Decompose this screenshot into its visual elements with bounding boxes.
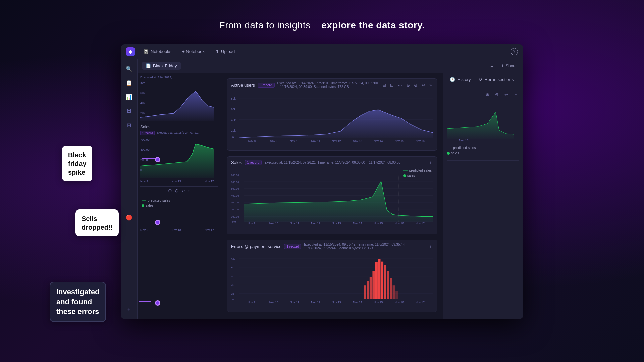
help-button[interactable]: ? [511, 48, 518, 55]
svg-rect-71 [381, 262, 383, 299]
svg-text:Nov 9: Nov 9 [248, 222, 255, 225]
svg-text:Nov 14: Nov 14 [353, 222, 362, 225]
share-icon: ⬆ [501, 64, 504, 68]
chart-meta-active-users: Executed at: 11/14/2024, 09:59:01, Timef… [277, 81, 378, 89]
svg-rect-75 [393, 285, 395, 299]
annotation-text-1: Black friday spike [68, 150, 86, 177]
app-window: ◈ 📓 Notebooks + Notebook ⬆ Upload ? 🔍 📋 … [121, 44, 523, 319]
main-charts-area: Active users 1 record Executed at: 11/14… [221, 73, 443, 319]
content-layout: 📄 Black Friday ⋯ ☁ ⬆ Share [138, 59, 523, 319]
svg-text:0: 0 [232, 136, 234, 139]
new-notebook-nav[interactable]: + Notebook [179, 48, 207, 55]
svg-text:Nov 16: Nov 16 [416, 139, 425, 143]
svg-text:400.00: 400.00 [231, 194, 239, 197]
svg-text:40k: 40k [140, 101, 145, 105]
svg-text:0: 0 [232, 298, 233, 301]
right-legend-sales: sales [447, 151, 519, 155]
sidebar-add-button[interactable]: + [123, 304, 135, 315]
svg-text:10k: 10k [231, 258, 235, 261]
svg-text:700.00: 700.00 [140, 138, 150, 141]
annotation-text-2: Sells dropped!! [82, 214, 113, 232]
svg-text:6k: 6k [231, 275, 234, 278]
svg-text:Nov 16: Nov 16 [459, 139, 469, 142]
svg-text:Nov 13: Nov 13 [332, 301, 341, 304]
chart-tool-grid[interactable]: ⊞ [381, 82, 387, 88]
svg-text:Nov 11: Nov 11 [311, 139, 320, 143]
sidebar-icon-grid[interactable]: ⊞ [123, 119, 135, 131]
chart-info-errors[interactable]: ℹ [429, 243, 433, 250]
svg-text:Nov 13: Nov 13 [353, 139, 362, 143]
sidebar-icon-chart[interactable]: 📊 [123, 91, 135, 103]
rerun-icon: ↺ [479, 77, 482, 82]
svg-text:Nov 11: Nov 11 [290, 222, 299, 225]
forward-left[interactable]: » [188, 188, 191, 193]
svg-text:Nov 16: Nov 16 [395, 222, 404, 225]
zoom-in-left[interactable]: ⊕ [168, 188, 172, 193]
svg-text:Nov 15: Nov 15 [374, 222, 383, 225]
chart-tool-expand[interactable]: ⊡ [389, 82, 395, 88]
svg-text:100.00: 100.00 [231, 215, 239, 218]
forward-right[interactable]: » [512, 90, 519, 98]
chart-tool-zoom-out[interactable]: ⊖ [413, 82, 419, 88]
app-logo: ◈ [126, 47, 135, 56]
chart-badge-errors: 1 record [284, 244, 301, 249]
svg-text:700.00: 700.00 [231, 174, 239, 177]
svg-rect-76 [395, 291, 398, 299]
svg-text:Nov 14: Nov 14 [374, 139, 383, 143]
chart-meta-sales: Executed at: 11/15/2024, 07:26:21, Timef… [264, 161, 426, 164]
cloud-button[interactable]: ☁ [487, 63, 496, 69]
svg-text:Nov 11: Nov 11 [290, 301, 299, 304]
zoom-out-left[interactable]: ⊖ [175, 188, 179, 193]
svg-rect-69 [375, 262, 378, 299]
svg-text:Nov 17: Nov 17 [416, 222, 425, 225]
active-tab[interactable]: 📄 Black Friday [142, 62, 181, 70]
svg-text:80k: 80k [231, 97, 236, 100]
svg-text:Nov 17: Nov 17 [416, 301, 425, 304]
svg-text:Nov 10: Nov 10 [269, 222, 278, 225]
notebooks-nav[interactable]: 📓 Notebooks [140, 48, 174, 56]
history-button[interactable]: 🕐 History [447, 76, 473, 83]
svg-text:Nov 13: Nov 13 [332, 222, 341, 225]
svg-text:400.00: 400.00 [140, 148, 150, 152]
svg-text:Nov 12: Nov 12 [311, 301, 320, 304]
svg-text:Nov 14: Nov 14 [353, 301, 362, 304]
upload-nav[interactable]: ⬆ Upload [213, 48, 237, 55]
chart-tool-forward[interactable]: » [428, 82, 433, 88]
share-button[interactable]: ⬆ Share [498, 63, 519, 69]
chart-badge-active-users: 1 record [258, 83, 275, 88]
right-zoom-bar: ⊕ ⊖ ↩ » [447, 90, 519, 98]
zoom-in-right[interactable]: ⊕ [484, 90, 491, 98]
reset-left[interactable]: ↩ [181, 188, 185, 193]
svg-rect-66 [367, 281, 369, 299]
svg-text:Nov 15: Nov 15 [374, 301, 383, 304]
rerun-button[interactable]: ↺ Rerun sections [476, 76, 516, 83]
chart-info-sales[interactable]: ℹ [429, 159, 433, 166]
svg-text:2k: 2k [231, 292, 234, 295]
preview-x-labels: Nov 9 Nov 13 Nov 17 [140, 179, 214, 184]
svg-text:500.00: 500.00 [231, 187, 239, 190]
chart-meta-errors: Executed at: 11/15/2024, 09:35:49, Timef… [304, 243, 426, 250]
history-panel: 🕐 History ↺ Rerun sections ⊕ ⊖ [443, 73, 523, 319]
sidebar-icon-notebook[interactable]: 📋 [123, 77, 135, 88]
chart-title-active-users: Active users [231, 83, 255, 88]
tab-title: Black Friday [153, 63, 177, 68]
svg-text:Nov 10: Nov 10 [290, 139, 299, 143]
chart-tool-back[interactable]: ↩ [420, 82, 427, 88]
chart-tool-more[interactable]: ⋯ [396, 82, 404, 88]
sidebar-icon-alert[interactable]: 🔴 [123, 212, 135, 223]
sidebar-icon-image[interactable]: 🖼 [123, 105, 135, 117]
svg-rect-65 [364, 285, 366, 299]
svg-text:40k: 40k [231, 118, 236, 122]
sidebar-icon-search[interactable]: 🔍 [123, 63, 135, 74]
more-options-button[interactable]: ⋯ [476, 63, 485, 69]
svg-text:0.0: 0.0 [140, 168, 145, 172]
legend-predicted: predicted sales [142, 199, 217, 202]
zoom-out-right[interactable]: ⊖ [493, 90, 500, 98]
chart-tool-zoom-in[interactable]: ⊕ [405, 82, 411, 88]
preview-x-labels-2: Nov 9 Nov 13 Nov 17 [140, 228, 214, 232]
upload-icon: ⬆ [215, 49, 219, 54]
back-right[interactable]: ↩ [502, 90, 510, 98]
svg-text:Nov 8: Nov 8 [248, 139, 256, 143]
svg-text:Nov 9: Nov 9 [248, 301, 255, 304]
svg-text:8k: 8k [231, 266, 234, 269]
